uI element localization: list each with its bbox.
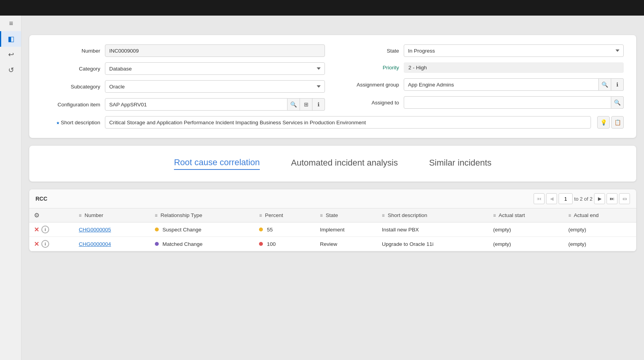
assignment-group-row: Assignment group 🔍 ℹ [341, 78, 624, 91]
sidebar-item-2[interactable]: ◧ [0, 31, 21, 47]
row1-actual-end: (empty) [564, 222, 636, 237]
config-item-info-btn[interactable]: ℹ [312, 98, 325, 111]
config-item-input-group: 🔍 ⊞ ℹ [105, 98, 325, 111]
pagination-last-btn[interactable]: ⏭ [607, 193, 617, 204]
assigned-to-label: Assigned to [341, 100, 399, 106]
form-grid: Number Category Database Subcategory Ora… [42, 44, 624, 111]
row1-action-icons: ✕ i [34, 226, 69, 233]
col-state-icon: ≡ [320, 213, 323, 218]
short-desc-action-icons: 💡 📋 [596, 116, 624, 129]
col-actions: ⚙ [29, 208, 74, 222]
assignment-group-input[interactable] [404, 78, 599, 91]
sidebar-item-4[interactable]: ↺ [0, 62, 21, 78]
row2-pct-val: 100 [267, 241, 276, 247]
col-actual-end: ≡ Actual end [564, 208, 636, 222]
col-state: ≡ State [315, 208, 377, 222]
priority-value: 2 - High [404, 62, 624, 73]
row2-short-desc: Upgrade to Oracle 11i [377, 237, 488, 251]
subcategory-row: Subcategory Oracle [42, 80, 325, 93]
assignment-group-search-btn[interactable]: 🔍 [599, 78, 611, 91]
row2-relationship: Matched Change [150, 237, 255, 251]
subcategory-label: Subcategory [42, 84, 100, 90]
col-actual-start: ≡ Actual start [488, 208, 564, 222]
table-row: ✕ i CHG0000004 Matched Change [29, 237, 636, 251]
pagination-first-btn[interactable]: ⏮ [534, 193, 545, 204]
row2-number-link[interactable]: CHG0000004 [79, 241, 111, 247]
state-select[interactable]: In Progress [404, 44, 624, 57]
subcategory-select[interactable]: Oracle [105, 80, 325, 93]
gear-icon[interactable]: ⚙ [34, 212, 39, 219]
rcc-table: ⚙ ≡ Number ≡ Relationship Type ≡ Perce [29, 208, 636, 251]
row1-short-desc: Install new PBX [377, 222, 488, 237]
number-row: Number [42, 44, 325, 57]
tab-similar-incidents[interactable]: Similar incidents [429, 158, 491, 169]
row2-rel-dot [155, 242, 159, 246]
config-item-search-btn[interactable]: 🔍 [287, 98, 300, 111]
pagination-minimize-btn[interactable]: ▭ [619, 193, 630, 204]
short-desc-label: Short description [42, 120, 100, 125]
incident-form-card: Number Category Database Subcategory Ora… [29, 35, 636, 138]
row1-state: Implement [315, 222, 377, 237]
row1-delete-icon[interactable]: ✕ [34, 226, 39, 233]
sidebar-item-3[interactable]: ↩ [0, 47, 21, 62]
left-sidebar: ≡ ◧ ↩ ↺ [0, 16, 21, 360]
assigned-to-input[interactable] [404, 96, 611, 109]
col-number: ≡ Number [74, 208, 150, 222]
short-desc-clip-btn[interactable]: 📋 [611, 116, 624, 129]
table-row: ✕ i CHG0000005 Suspect Change [29, 222, 636, 237]
row2-delete-icon[interactable]: ✕ [34, 240, 39, 248]
config-item-label: Configuration item [42, 102, 100, 108]
number-input[interactable] [105, 44, 325, 57]
tab-root-cause[interactable]: Root cause correlation [174, 157, 260, 170]
col-short-desc: ≡ Short description [377, 208, 488, 222]
assignment-group-input-group: 🔍 ℹ [404, 78, 624, 91]
pagination-prev-btn[interactable]: ◀ [546, 193, 557, 204]
row1-actions: ✕ i [29, 222, 74, 237]
row2-actions: ✕ i [29, 237, 74, 251]
assignment-group-info-btn[interactable]: ℹ [611, 78, 624, 91]
assignment-group-label: Assignment group [341, 82, 399, 88]
row2-pct-dot [259, 242, 263, 246]
col-astart-icon: ≡ [493, 213, 496, 218]
col-rel-icon: ≡ [155, 213, 158, 218]
tab-automated-analysis[interactable]: Automated incident analysis [291, 158, 398, 169]
config-item-input[interactable] [105, 98, 287, 111]
col-aend-icon: ≡ [568, 213, 571, 218]
category-select[interactable]: Database [105, 62, 325, 75]
pagination-total: to 2 of 2 [574, 196, 593, 202]
short-desc-lightbulb-btn[interactable]: 💡 [597, 116, 610, 129]
state-row: State In Progress [341, 44, 624, 57]
state-label: State [341, 48, 399, 54]
row1-number-link[interactable]: CHG0000005 [79, 227, 111, 233]
tabs-card: Root cause correlation Automated inciden… [29, 146, 636, 182]
row1-rel-type: Suspect Change [162, 227, 201, 233]
row1-pct-dot [259, 228, 263, 231]
row1-pct-val: 55 [267, 227, 273, 233]
pagination-page-input[interactable] [559, 193, 573, 204]
main-content: Number Category Database Subcategory Ora… [21, 16, 644, 259]
pagination-next-btn[interactable]: ▶ [594, 193, 605, 204]
priority-row: Priority 2 - High [341, 62, 624, 73]
assigned-to-search-btn[interactable]: 🔍 [611, 96, 624, 109]
assigned-to-row: Assigned to 🔍 [341, 96, 624, 109]
row2-state: Review [315, 237, 377, 251]
category-label: Category [42, 66, 100, 72]
form-left: Number Category Database Subcategory Ora… [42, 44, 325, 111]
table-header-row: ⚙ ≡ Number ≡ Relationship Type ≡ Perce [29, 208, 636, 222]
config-item-row: Configuration item 🔍 ⊞ ℹ [42, 98, 325, 111]
rcc-table-wrap: ⚙ ≡ Number ≡ Relationship Type ≡ Perce [29, 208, 636, 251]
row1-number: CHG0000005 [74, 222, 150, 237]
category-row: Category Database [42, 62, 325, 75]
row1-info-icon[interactable]: i [41, 226, 49, 233]
short-desc-input[interactable] [105, 116, 591, 129]
number-label: Number [42, 48, 100, 54]
config-item-map-btn[interactable]: ⊞ [300, 98, 312, 111]
rcc-header: RCC ⏮ ◀ to 2 of 2 ▶ ⏭ ▭ [29, 189, 636, 208]
top-bar [0, 0, 644, 16]
col-sdesc-icon: ≡ [382, 213, 385, 218]
priority-label[interactable]: Priority [341, 65, 399, 71]
col-percent: ≡ Percent [254, 208, 315, 222]
row2-info-icon[interactable]: i [41, 240, 49, 248]
rcc-title: RCC [35, 196, 47, 202]
sidebar-item-1[interactable]: ≡ [0, 16, 21, 31]
